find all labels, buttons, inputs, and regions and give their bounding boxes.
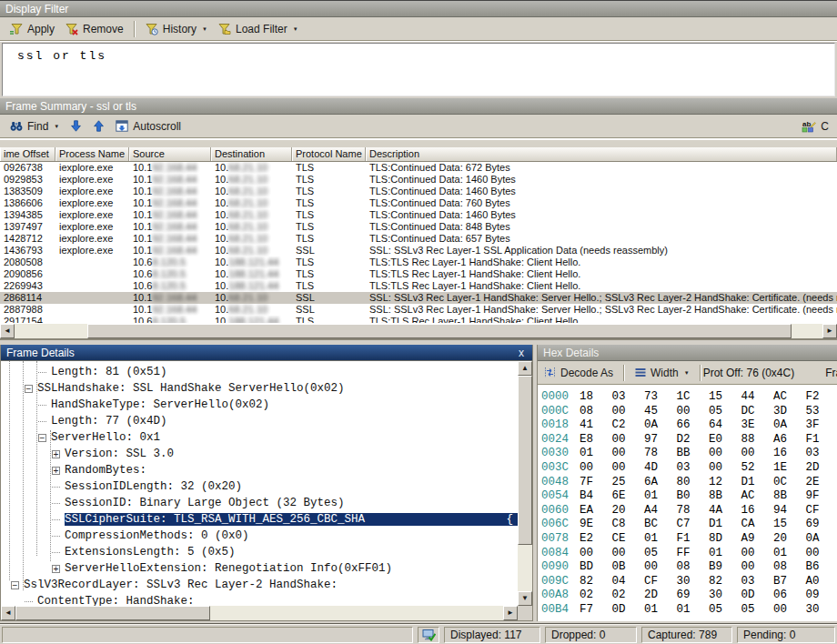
autoscroll-button[interactable]: Autoscroll bbox=[110, 118, 187, 135]
width-button[interactable]: Width ▼ bbox=[630, 365, 695, 381]
autoscroll-icon bbox=[116, 120, 128, 132]
tree-node[interactable]: SessionID: Binary Large Object (32 Bytes… bbox=[1, 495, 518, 511]
scroll-left-button[interactable]: ◄ bbox=[0, 324, 15, 338]
tree-node[interactable]: HandShakeType: ServerHello(0x02) bbox=[1, 397, 518, 413]
tree-node[interactable]: SSLCipherSuite: TLS_RSA_WITH_AES_256_CBC… bbox=[1, 511, 518, 528]
frame-summary-row[interactable]: 226994310.68.120.510.188.121.44TLSTLS:TL… bbox=[0, 280, 837, 292]
scroll-left-button[interactable]: ◄ bbox=[1, 606, 15, 620]
hex-row[interactable]: 00487F 25 6A 80 12 D1 0C 2E 0C A9 bbox=[541, 476, 837, 490]
collapse-icon[interactable]: − bbox=[25, 385, 33, 393]
scrollbar-thumb[interactable] bbox=[87, 324, 792, 338]
tree-node[interactable]: SessionIDLength: 32 (0x20) bbox=[1, 478, 518, 495]
expand-icon[interactable]: + bbox=[52, 565, 60, 573]
frame-summary-row[interactable]: 291715410.68.120.510.188.121.44TLSTLS:TL… bbox=[0, 316, 837, 323]
hex-row[interactable]: 0090BD 0B 00 08 B9 00 08 B6 00 04 bbox=[541, 560, 837, 575]
history-button[interactable]: History ▼ bbox=[140, 21, 213, 37]
hex-row[interactable]: 0024E8 00 97 D2 E0 88 A6 F1 37 EA bbox=[541, 433, 837, 448]
hex-row[interactable]: 006C9E C8 BC C7 D1 CA 15 69 A9 E5 bbox=[541, 518, 837, 532]
hex-row[interactable]: 00A802 02 2D 69 30 0D 06 09 2A 86 bbox=[541, 589, 837, 603]
scrollbar-thumb[interactable] bbox=[15, 606, 210, 620]
apply-filter-button[interactable]: Apply bbox=[5, 21, 60, 37]
cell-protocol-name: TLS bbox=[292, 233, 366, 245]
find-next-button[interactable] bbox=[65, 118, 87, 134]
tree-node[interactable]: ContentType: HandShake: bbox=[1, 593, 518, 606]
frame-summary-row[interactable]: 1436793iexplore.exe10.192.168.4410.68.21… bbox=[0, 245, 837, 257]
tree-node[interactable]: −SslV3RecordLayer: SSLv3 Rec Layer-2 Han… bbox=[1, 577, 518, 593]
source-redacted-text: 92.168.44 bbox=[152, 245, 197, 256]
color-rules-button[interactable]: ab C bbox=[796, 118, 834, 135]
hex-row[interactable]: 0078E2 CE 01 F1 8D A9 20 0A 3D 97 bbox=[541, 532, 837, 547]
collapse-icon[interactable]: − bbox=[38, 434, 46, 442]
hex-bytes: 01 00 78 BB 00 00 16 03 00 00 bbox=[580, 447, 837, 459]
hex-row[interactable]: 00B4F7 0D 01 01 05 05 00 30 40 31 bbox=[541, 603, 837, 618]
column-header-process-name[interactable]: Process Name bbox=[55, 147, 129, 161]
hex-bytes: E2 CE 01 F1 8D A9 20 0A 3D 97 bbox=[580, 532, 837, 545]
destination-visible-text: 10. bbox=[215, 174, 228, 185]
color-rules-icon: ab bbox=[802, 120, 816, 133]
frame-summary-row[interactable]: 1397497iexplore.exe10.192.168.4410.68.21… bbox=[0, 221, 837, 233]
frame-summary-row[interactable]: 1383509iexplore.exe10.192.168.4410.68.21… bbox=[0, 186, 837, 197]
column-header-time-offset[interactable]: ime Offset bbox=[0, 147, 55, 161]
filter-query-text: ssl or tls bbox=[17, 49, 106, 63]
hex-row[interactable]: 0060EA 20 A4 78 4A 16 94 CF 0E C4 bbox=[541, 504, 837, 518]
close-icon[interactable]: x bbox=[516, 347, 527, 358]
hex-row[interactable]: 003001 00 78 BB 00 00 16 03 00 00 bbox=[541, 447, 837, 461]
collapse-icon[interactable]: − bbox=[11, 581, 19, 589]
frame-summary-row[interactable]: 209085610.68.120.510.188.121.44TLSTLS:TL… bbox=[0, 268, 837, 280]
tree-node[interactable]: +RandomBytes: bbox=[1, 462, 518, 478]
remove-filter-button[interactable]: Remove bbox=[60, 21, 129, 37]
capture-status-icon bbox=[422, 629, 436, 641]
column-header-description[interactable]: Description bbox=[366, 147, 837, 161]
filter-query-input[interactable]: ssl or tls bbox=[2, 43, 835, 96]
frame-summary-row[interactable]: 1394385iexplore.exe10.192.168.4410.68.21… bbox=[0, 209, 837, 221]
tree-node[interactable]: ExtensionsLength: 5 (0x5) bbox=[1, 544, 518, 560]
frame-summary-row[interactable]: 0929853iexplore.exe10.192.168.4410.68.21… bbox=[0, 174, 837, 186]
frame-summary-row[interactable]: 288798810.192.168.4410.68.21.10SSLSSL: S… bbox=[0, 304, 837, 316]
find-button[interactable]: Find ▼ bbox=[5, 118, 65, 135]
cell-protocol-name: TLS bbox=[292, 221, 366, 233]
scroll-right-button[interactable]: ► bbox=[822, 324, 837, 338]
hex-row[interactable]: 001841 C2 0A 66 64 3E 0A 3F 01 24 bbox=[541, 418, 837, 433]
hex-bytes: EA 20 A4 78 4A 16 94 CF 0E C4 bbox=[580, 504, 837, 517]
hex-row[interactable]: 003C00 00 4D 03 00 52 1E 2D AB 65 bbox=[541, 461, 837, 476]
tree-node[interactable]: CompressionMethods: 0 (0x0) bbox=[1, 528, 518, 544]
hex-row[interactable]: 008400 00 05 FF 01 00 01 00 16 03 bbox=[541, 547, 837, 561]
tree-node[interactable]: −SSLHandshake: SSL HandShake ServerHello… bbox=[1, 380, 518, 397]
source-redacted-text: 92.168.44 bbox=[152, 162, 197, 173]
column-header-source[interactable]: Source bbox=[129, 147, 211, 161]
column-header-destination[interactable]: Destination bbox=[211, 147, 292, 161]
frame-summary-row[interactable]: 208050810.68.120.510.188.121.44TLSTLS:TL… bbox=[0, 257, 837, 268]
frame-summary-row[interactable]: 1428712iexplore.exe10.192.168.4410.68.21… bbox=[0, 233, 837, 245]
tree-node[interactable]: Length: 81 (0x51) bbox=[1, 364, 518, 380]
column-header-protocol-name[interactable]: Protocol Name bbox=[292, 147, 366, 161]
scroll-down-button[interactable]: ▼ bbox=[518, 591, 532, 606]
find-previous-button[interactable] bbox=[87, 118, 110, 134]
load-filter-button[interactable]: Load Filter ▼ bbox=[213, 21, 304, 37]
expand-icon[interactable]: + bbox=[52, 450, 60, 458]
scroll-right-button[interactable]: ► bbox=[503, 606, 518, 620]
decode-as-button[interactable]: Decode As bbox=[542, 365, 619, 381]
cell-process-name: iexplore.exe bbox=[55, 174, 129, 186]
expand-icon[interactable]: + bbox=[52, 467, 60, 475]
hex-row[interactable]: 000018 03 73 1C 15 44 AC F2 C5 87 bbox=[541, 390, 837, 405]
hex-row[interactable]: 000C08 00 45 00 05 DC 3D 53 40 00 bbox=[541, 405, 837, 419]
hex-bytes: 82 04 CF 30 82 03 B7 A0 03 02 bbox=[580, 575, 837, 588]
hex-row[interactable]: 009C82 04 CF 30 82 03 B7 A0 03 02 bbox=[541, 575, 837, 589]
hex-row[interactable]: 0054B4 6E 01 B0 8B AC 8B 9F 2D CB bbox=[541, 489, 837, 504]
destination-visible-text: 10. bbox=[215, 221, 228, 232]
tree-node[interactable]: +ServerHelloExtension: Renegotiation Inf… bbox=[1, 560, 518, 577]
frame-summary-row[interactable]: 0926738iexplore.exe10.192.168.4410.68.21… bbox=[0, 162, 837, 174]
tree-node[interactable]: Length: 77 (0x4D) bbox=[1, 413, 518, 429]
scrollbar-thumb[interactable] bbox=[518, 376, 532, 545]
scrollbar-track[interactable] bbox=[15, 324, 87, 338]
cell-source: 10.192.168.44 bbox=[129, 245, 211, 257]
frame-summary-row[interactable]: 286811410.192.168.4410.68.21.10SSLSSL: S… bbox=[0, 292, 837, 304]
tree-node[interactable]: +Version: SSL 3.0 bbox=[1, 446, 518, 462]
tree-node[interactable]: −ServerHello: 0x1 bbox=[1, 429, 518, 446]
frame-summary-row[interactable]: 1386606iexplore.exe10.192.168.4410.68.21… bbox=[0, 197, 837, 209]
scrollbar-track[interactable] bbox=[518, 545, 532, 591]
scroll-up-button[interactable]: ▲ bbox=[518, 361, 532, 376]
scrollbar-track[interactable] bbox=[792, 324, 822, 338]
tree-node-label: SSLCipherSuite: TLS_RSA_WITH_AES_256_CBC… bbox=[65, 513, 518, 526]
scrollbar-track[interactable] bbox=[210, 606, 503, 620]
